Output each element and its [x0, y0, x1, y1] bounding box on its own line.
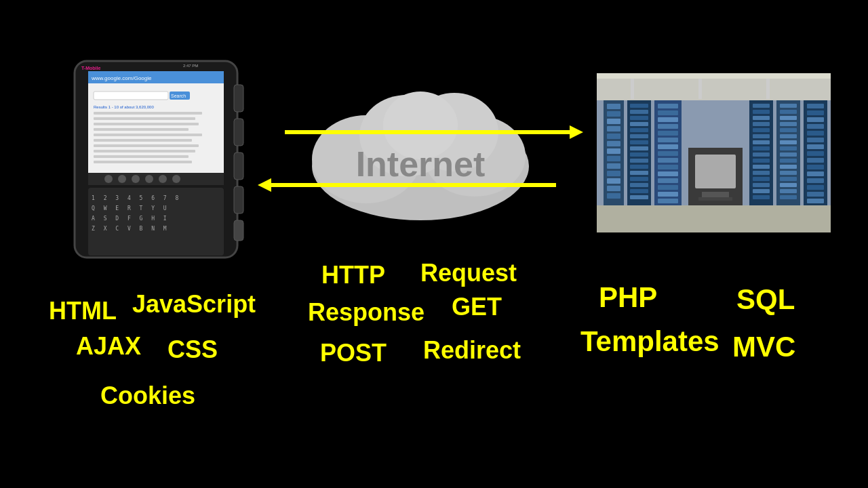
html-label: HTML: [49, 297, 117, 325]
svg-rect-10: [94, 117, 195, 120]
svg-rect-32: [234, 119, 243, 146]
svg-rect-11: [94, 123, 199, 125]
svg-point-24: [159, 175, 167, 183]
svg-rect-151: [807, 192, 824, 197]
css-label: CSS: [167, 336, 218, 364]
svg-text:Search: Search: [171, 94, 186, 98]
svg-rect-113: [753, 159, 770, 163]
svg-rect-106: [753, 116, 770, 120]
svg-rect-94: [658, 171, 678, 176]
svg-rect-86: [658, 117, 678, 122]
svg-rect-57: [607, 134, 620, 139]
svg-rect-123: [780, 116, 797, 120]
post-label: POST: [320, 339, 387, 367]
svg-rect-60: [607, 156, 620, 161]
svg-rect-142: [807, 131, 824, 136]
svg-rect-145: [807, 151, 824, 156]
svg-rect-109: [753, 134, 770, 138]
svg-rect-126: [780, 134, 797, 138]
svg-rect-53: [607, 104, 620, 109]
svg-rect-135: [780, 189, 797, 193]
svg-rect-139: [807, 110, 824, 115]
templates-label: Templates: [580, 325, 719, 358]
svg-rect-104: [753, 104, 770, 108]
svg-rect-67: [630, 104, 648, 108]
svg-rect-64: [607, 186, 620, 191]
svg-rect-54: [607, 111, 620, 117]
svg-rect-111: [753, 146, 770, 150]
arrow-right: [285, 122, 583, 142]
svg-point-21: [118, 175, 126, 183]
cookies-label: Cookies: [100, 382, 195, 410]
svg-rect-95: [658, 178, 678, 183]
svg-text:Results 1 - 10 of about 3,620,: Results 1 - 10 of about 3,620,000: [94, 105, 154, 109]
svg-rect-130: [780, 159, 797, 163]
svg-rect-138: [807, 104, 824, 108]
svg-rect-68: [630, 110, 648, 114]
svg-text:www.google.com/Google: www.google.com/Google: [91, 75, 152, 81]
svg-rect-153: [597, 73, 831, 79]
svg-rect-15: [94, 144, 199, 147]
svg-rect-56: [607, 126, 620, 131]
svg-rect-149: [807, 178, 824, 183]
svg-rect-88: [658, 131, 678, 136]
svg-rect-16: [94, 150, 195, 152]
svg-text:A S D F G H I: A S D F G H I: [92, 216, 170, 222]
svg-rect-70: [630, 122, 648, 126]
svg-rect-116: [753, 177, 770, 181]
svg-rect-17: [94, 155, 189, 158]
svg-rect-133: [780, 177, 797, 181]
svg-rect-55: [607, 119, 620, 124]
svg-rect-33: [234, 152, 243, 180]
svg-rect-31: [234, 85, 243, 112]
svg-rect-117: [753, 183, 770, 187]
svg-rect-100: [695, 155, 736, 188]
svg-rect-128: [780, 146, 797, 150]
svg-rect-14: [94, 139, 192, 142]
svg-rect-87: [658, 124, 678, 129]
svg-rect-107: [753, 122, 770, 126]
svg-rect-84: [658, 104, 678, 108]
cloud-area: Internet: [298, 78, 542, 234]
svg-rect-75: [630, 152, 648, 157]
svg-rect-91: [658, 151, 678, 156]
svg-text:T-Mobile: T-Mobile: [81, 66, 100, 70]
arrow-left: [258, 175, 556, 195]
svg-rect-61: [607, 163, 620, 169]
svg-rect-97: [658, 192, 678, 197]
svg-point-20: [104, 175, 113, 183]
svg-rect-132: [780, 171, 797, 175]
svg-rect-136: [780, 195, 797, 199]
svg-rect-62: [607, 171, 620, 176]
svg-rect-115: [753, 171, 770, 175]
svg-rect-156: [766, 79, 770, 99]
svg-rect-73: [630, 140, 648, 144]
svg-rect-155: [698, 79, 702, 99]
svg-rect-122: [780, 110, 797, 114]
svg-rect-76: [630, 159, 648, 163]
get-label: GET: [452, 293, 502, 321]
svg-rect-118: [753, 189, 770, 193]
svg-marker-46: [570, 125, 583, 139]
svg-text:Z X C V B N M: Z X C V B N M: [92, 226, 170, 232]
svg-rect-71: [630, 128, 648, 132]
phone-area: www.google.com/Google Search Results 1 -…: [34, 58, 292, 268]
svg-rect-146: [807, 158, 824, 163]
svg-rect-147: [807, 165, 824, 169]
svg-rect-102: [698, 197, 732, 201]
svg-rect-72: [630, 134, 648, 138]
mvc-label: MVC: [732, 331, 795, 363]
svg-rect-59: [607, 148, 620, 154]
sql-label: SQL: [736, 283, 795, 316]
svg-rect-65: [607, 193, 620, 199]
svg-rect-13: [94, 134, 202, 136]
svg-rect-34: [234, 186, 243, 214]
svg-text:2:47 PM: 2:47 PM: [183, 64, 198, 68]
svg-rect-92: [658, 158, 678, 163]
svg-rect-119: [753, 195, 770, 199]
svg-rect-121: [780, 104, 797, 108]
svg-rect-144: [807, 144, 824, 149]
svg-rect-74: [630, 146, 648, 150]
svg-rect-150: [807, 185, 824, 190]
svg-rect-58: [607, 141, 620, 146]
